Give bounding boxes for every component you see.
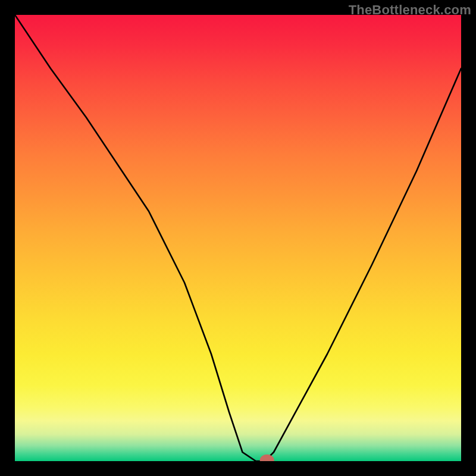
line-chart-svg xyxy=(15,15,461,461)
chart-frame: TheBottleneck.com xyxy=(0,0,476,476)
plot-area xyxy=(15,15,461,461)
bottleneck-curve-path xyxy=(15,15,461,461)
optimal-point-marker xyxy=(262,457,273,462)
watermark-text: TheBottleneck.com xyxy=(349,2,471,18)
